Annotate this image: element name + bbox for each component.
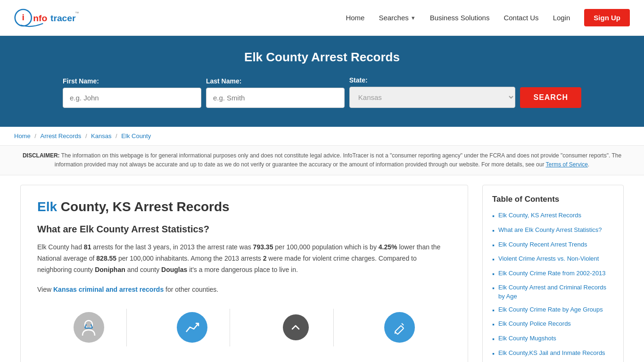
article-heading-rest: County, KS Arrest Records <box>57 199 230 214</box>
toc-link[interactable]: Elk County Police Records <box>498 320 571 328</box>
site-header: i nfo tracer ™ Home Searches ▼ Business … <box>0 0 644 36</box>
toc-list-item: What are Elk County Arrest Statistics? <box>492 226 614 236</box>
county2: Douglas <box>161 266 187 273</box>
section1-paragraph1: Elk County had 81 arrests for the last 3… <box>37 242 451 275</box>
sidebar: Table of Contents Elk County, KS Arrest … <box>482 185 624 362</box>
pencil-icon <box>384 312 415 343</box>
toc-list-item: Elk County,KS Jail and Inmate Records <box>492 349 614 359</box>
toc-list-item: Elk County Arrest and Criminal Records b… <box>492 283 614 300</box>
toc-link[interactable]: Elk County Recent Arrest Trends <box>498 240 587 249</box>
county1: Doniphan <box>95 266 125 273</box>
national-avg: 828.55 <box>96 255 116 262</box>
toc-list-item: Elk County Crime Rate from 2002-2013 <box>492 269 614 279</box>
section1-paragraph2: View Kansas criminal and arrest records … <box>37 284 451 296</box>
toc-link[interactable]: Elk County Mugshots <box>498 334 556 343</box>
disclaimer-text: The information on this webpage is for g… <box>55 152 621 168</box>
svg-line-10 <box>402 323 404 325</box>
toc-link[interactable]: Elk County, KS Arrest Records <box>498 211 581 220</box>
hero-title: Elk County Arrest Records <box>14 50 630 65</box>
breadcrumb-kansas[interactable]: Kansas <box>91 132 111 140</box>
breadcrumb-sep3: / <box>116 132 119 140</box>
toc-link[interactable]: Elk County Arrest and Criminal Records b… <box>498 283 614 300</box>
pct: 4.25% <box>379 243 397 251</box>
disclaimer-label: DISCLAIMER: <box>23 152 60 159</box>
state-label: State: <box>349 76 368 84</box>
hero-section: Elk County Arrest Records First Name: La… <box>0 36 644 127</box>
nav-home[interactable]: Home <box>346 14 364 22</box>
article: Elk County, KS Arrest Records What are E… <box>20 185 468 362</box>
svg-text:tracer: tracer <box>50 13 76 23</box>
toc-list-item: Elk County Police Records <box>492 320 614 329</box>
table-of-contents: Table of Contents Elk County, KS Arrest … <box>482 185 624 362</box>
icon-scroll-top[interactable] <box>258 309 334 346</box>
main-layout: Elk County, KS Arrest Records What are E… <box>6 175 638 362</box>
chevron-down-icon: ▼ <box>411 15 416 21</box>
first-name-label: First Name: <box>63 77 99 85</box>
search-form: First Name: Last Name: State: AlabamaAla… <box>63 76 581 108</box>
last-name-label: Last Name: <box>206 77 241 85</box>
svg-text:nfo: nfo <box>33 13 47 23</box>
toc-list-item: Elk County Crime Rate by Age Groups <box>492 305 614 315</box>
icon-strip <box>37 304 451 346</box>
terms-link[interactable]: Terms of Service <box>546 161 588 168</box>
toc-heading: Table of Contents <box>492 195 614 204</box>
icon-trend-up <box>155 309 230 346</box>
toc-link[interactable]: What are Elk County Arrest Statistics? <box>498 226 602 234</box>
nav-login[interactable]: Login <box>553 14 570 22</box>
svg-text:i: i <box>22 12 25 22</box>
trend-up-icon <box>177 312 207 343</box>
breadcrumb-home[interactable]: Home <box>14 132 31 140</box>
scroll-top-button[interactable] <box>283 314 309 340</box>
toc-link[interactable]: Elk County Crime Rate from 2002-2013 <box>498 269 606 278</box>
toc-link[interactable]: Elk County,KS Jail and Inmate Records <box>498 349 605 357</box>
article-heading: Elk County, KS Arrest Records <box>37 199 451 214</box>
last-name-group: Last Name: <box>206 77 345 108</box>
article-heading-highlight: Elk <box>37 199 57 214</box>
breadcrumb-arrest[interactable]: Arrest Records <box>41 132 82 140</box>
toc-list-item: Elk County Mugshots <box>492 334 614 344</box>
arrest-icon <box>74 312 104 343</box>
kansas-records-link[interactable]: Kansas criminal and arrest records <box>53 286 164 293</box>
state-select[interactable]: AlabamaAlaskaArizonaArkansasCaliforniaCo… <box>349 87 516 108</box>
nav-searches[interactable]: Searches ▼ <box>379 14 415 22</box>
arrests-count: 81 <box>84 243 91 251</box>
nav-contact[interactable]: Contact Us <box>504 14 538 22</box>
first-name-group: First Name: <box>63 77 201 108</box>
breadcrumb: Home / Arrest Records / Kansas / Elk Cou… <box>0 127 644 146</box>
search-button[interactable]: SEARCH <box>520 87 581 108</box>
main-nav: Home Searches ▼ Business Solutions Conta… <box>346 9 630 26</box>
breadcrumb-elk[interactable]: Elk County <box>121 132 151 140</box>
last-name-input[interactable] <box>206 88 345 108</box>
nav-business[interactable]: Business Solutions <box>430 14 490 22</box>
state-group: State: AlabamaAlaskaArizonaArkansasCalif… <box>349 76 516 108</box>
nav-signup[interactable]: Sign Up <box>584 9 630 26</box>
breadcrumb-sep2: / <box>85 132 89 140</box>
logo[interactable]: i nfo tracer ™ <box>14 5 80 31</box>
toc-list-item: Elk County, KS Arrest Records <box>492 211 614 221</box>
first-name-input[interactable] <box>63 88 201 108</box>
svg-rect-9 <box>395 325 404 334</box>
toc-list-item: Violent Crime Arrests vs. Non-Violent <box>492 255 614 264</box>
breadcrumb-sep1: / <box>34 132 38 140</box>
toc-link[interactable]: Violent Crime Arrests vs. Non-Violent <box>498 255 599 263</box>
toc-list: Elk County, KS Arrest RecordsWhat are El… <box>492 211 614 362</box>
disclaimer-bar: DISCLAIMER: The information on this webp… <box>0 146 644 175</box>
icon-pencil <box>362 309 437 346</box>
section1-heading: What are Elk County Arrest Statistics? <box>37 224 451 235</box>
toc-link[interactable]: Elk County Crime Rate by Age Groups <box>498 305 603 314</box>
toc-list-item: Elk County Recent Arrest Trends <box>492 240 614 250</box>
icon-arrest <box>51 309 127 346</box>
arrest-rate: 793.35 <box>253 243 273 251</box>
svg-text:™: ™ <box>75 11 79 16</box>
